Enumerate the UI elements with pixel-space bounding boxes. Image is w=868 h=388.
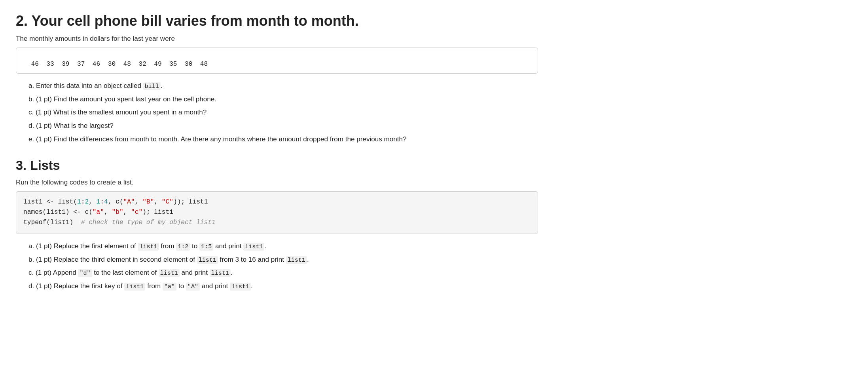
q3d-code3: "A" bbox=[186, 283, 200, 291]
q3a-code2: 1:2 bbox=[176, 243, 190, 251]
q2a-label: a. Enter this data into an object called bbox=[28, 82, 143, 89]
section3-code-block: list1 <- list(1:2, 1:4, c("A", "B", "C")… bbox=[16, 191, 538, 234]
code-red-A: "A" bbox=[123, 198, 135, 205]
section3-question-c: c. (1 pt) Append "d" to the last element… bbox=[28, 268, 538, 278]
code-red-B: "B" bbox=[142, 198, 154, 205]
q2e-text: e. (1 pt) Find the differences from mont… bbox=[28, 135, 407, 143]
section2-question-b: b. (1 pt) Find the amount you spent last… bbox=[28, 94, 538, 105]
code-teal-3: 1 bbox=[97, 198, 100, 205]
code-teal-1: 1 bbox=[77, 198, 81, 205]
q3c-text1: c. (1 pt) Append bbox=[28, 269, 78, 276]
q3c-code2: list1 bbox=[159, 269, 180, 277]
code-typeof-prefix: typeof(list1) bbox=[23, 219, 81, 226]
code-comment: # check the type of my object list1 bbox=[81, 219, 216, 226]
q3d-text3: to bbox=[176, 282, 186, 290]
q2d-text: d. (1 pt) What is the largest? bbox=[28, 122, 114, 129]
q3b-code1: list1 bbox=[197, 256, 218, 264]
q3d-text4: and print bbox=[200, 282, 230, 290]
q2a-code-bill: bill bbox=[143, 82, 161, 90]
code-close-2: ); list1 bbox=[142, 209, 173, 216]
code-red-c: "c" bbox=[131, 209, 142, 216]
code-red-C: "C" bbox=[162, 198, 173, 205]
q3a-code1: list1 bbox=[138, 243, 159, 251]
section3-question-d: d. (1 pt) Replace the first key of list1… bbox=[28, 281, 538, 291]
q3b-text1: b. (1 pt) Replace the third element in s… bbox=[28, 256, 197, 263]
q3c-text4: . bbox=[231, 269, 233, 276]
q3c-text3: and print bbox=[180, 269, 210, 276]
section2-questions: a. Enter this data into an object called… bbox=[16, 81, 538, 144]
q3a-text5: . bbox=[264, 242, 266, 250]
q3b-text2: from 3 to 16 and print bbox=[218, 256, 286, 263]
q3d-text1: d. (1 pt) Replace the first key of bbox=[28, 282, 124, 290]
q2b-text: b. (1 pt) Find the amount you spent last… bbox=[28, 95, 216, 103]
section3-subtitle: Run the following codes to create a list… bbox=[16, 179, 538, 186]
q3d-code2: "a" bbox=[163, 283, 176, 291]
section2-title: 2. Your cell phone bill varies from mont… bbox=[16, 13, 538, 29]
code-comma-2: , bbox=[135, 198, 142, 205]
section2-data: 46 33 39 37 46 30 48 32 49 35 30 48 bbox=[31, 61, 208, 68]
section3-title: 3. Lists bbox=[16, 158, 538, 173]
q3d-text5: . bbox=[251, 282, 253, 290]
section2-data-block: 46 33 39 37 46 30 48 32 49 35 30 48 bbox=[16, 48, 538, 74]
code-comma-5: , bbox=[123, 209, 131, 216]
code-comma-4: , bbox=[104, 209, 112, 216]
q3c-code3: list1 bbox=[210, 269, 231, 277]
code-comma-3: , bbox=[154, 198, 161, 205]
section3-question-a: a. (1 pt) Replace the first element of l… bbox=[28, 241, 538, 251]
q3c-text2: to the last element of bbox=[92, 269, 159, 276]
q3d-text2: from bbox=[145, 282, 163, 290]
code-comma-1: , bbox=[89, 198, 96, 205]
q3c-code1: "d" bbox=[78, 269, 92, 277]
q3d-code1: list1 bbox=[124, 283, 145, 291]
q3b-text3: . bbox=[307, 256, 309, 263]
q2a-end: . bbox=[161, 82, 163, 89]
q3b-code2: list1 bbox=[286, 256, 307, 264]
code-list1-prefix: list1 <- list( bbox=[23, 198, 77, 205]
code-close-1: )); list1 bbox=[173, 198, 208, 205]
q3a-text4: and print bbox=[213, 242, 243, 250]
code-teal-2: 2 bbox=[85, 198, 89, 205]
q3a-text2: from bbox=[159, 242, 176, 250]
section2-subtitle: The monthly amounts in dollars for the l… bbox=[16, 35, 538, 43]
q3a-text3: to bbox=[190, 242, 199, 250]
section3-question-b: b. (1 pt) Replace the third element in s… bbox=[28, 255, 538, 265]
code-teal-4: 4 bbox=[104, 198, 108, 205]
code-red-b: "b" bbox=[112, 209, 123, 216]
section3-questions: a. (1 pt) Replace the first element of l… bbox=[16, 241, 538, 291]
q3d-code4: list1 bbox=[230, 283, 251, 291]
code-red-a: "a" bbox=[93, 209, 104, 216]
q3a-code3: 1:5 bbox=[199, 243, 213, 251]
section2-question-a: a. Enter this data into an object called… bbox=[28, 81, 538, 91]
q3a-text1: a. (1 pt) Replace the first element of bbox=[28, 242, 138, 250]
q2c-text: c. (1 pt) What is the smallest amount yo… bbox=[28, 108, 207, 116]
code-colon-2: : bbox=[100, 198, 104, 205]
section2-question-c: c. (1 pt) What is the smallest amount yo… bbox=[28, 107, 538, 118]
q3a-code4: list1 bbox=[243, 243, 264, 251]
code-names-prefix: names(list1) <- c( bbox=[23, 209, 93, 216]
section2-question-e: e. (1 pt) Find the differences from mont… bbox=[28, 134, 538, 145]
code-colon-1: : bbox=[81, 198, 85, 205]
code-c-call: , c( bbox=[108, 198, 123, 205]
section2-question-d: d. (1 pt) What is the largest? bbox=[28, 121, 538, 131]
